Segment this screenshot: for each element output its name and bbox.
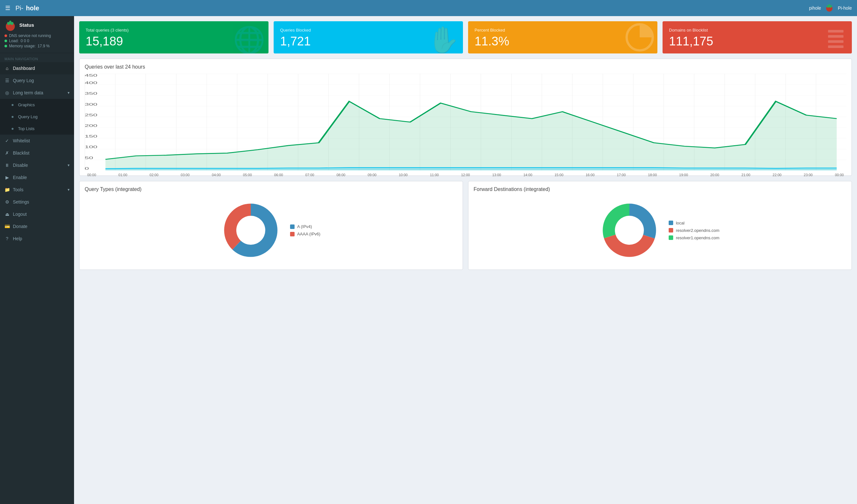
- sidebar-item-settings[interactable]: ⚙ Settings: [0, 196, 74, 208]
- ipv6-label: AAAA (IPv6): [297, 232, 320, 236]
- sidebar-label-querylog: Query Log: [13, 78, 34, 83]
- topnav-right: pihole Pi-hole: [809, 3, 852, 13]
- dns-status-text: DNS service not running: [9, 33, 51, 38]
- disable-chevron-icon: ▾: [68, 163, 69, 167]
- svg-rect-11: [828, 40, 843, 43]
- forward-destinations-panel: Forward Destinations (integrated): [468, 181, 852, 270]
- sidebar-item-longterm[interactable]: ◎ Long term data ▾: [0, 87, 74, 99]
- stat-cards-row: Total queries (3 clients) 15,189 🌐 Queri…: [79, 21, 852, 53]
- sidebar-label-top-lists: Top Lists: [18, 126, 34, 131]
- site-name-label: Pi-hole: [838, 5, 852, 11]
- ipv6-color: [290, 232, 295, 236]
- svg-point-26: [236, 216, 265, 245]
- ipv4-color: [290, 224, 295, 229]
- sidebar-label-tools: Tools: [13, 187, 23, 192]
- legend-item-local: local: [669, 221, 719, 225]
- disable-icon: ⏸: [4, 163, 10, 168]
- sidebar-item-enable[interactable]: ▶ Enable: [0, 171, 74, 184]
- sidebar-item-disable[interactable]: ⏸ Disable ▾: [0, 159, 74, 171]
- total-queries-value: 15,189: [86, 35, 129, 47]
- pie-bg-icon: [625, 23, 654, 52]
- sidebar-label-enable: Enable: [13, 175, 27, 180]
- percent-blocked-label: Percent Blocked: [474, 28, 509, 33]
- querylog-icon: ☰: [4, 78, 10, 83]
- forward-dest-donut: [601, 201, 658, 259]
- list-bg-icon: [823, 26, 848, 52]
- stat-card-percent-blocked: Percent Blocked 11.3%: [468, 21, 657, 53]
- sidebar: Status DNS service not running Load: 0 0…: [0, 16, 74, 504]
- longterm-icon: ◎: [4, 90, 10, 95]
- x-axis-labels: 00:0001:0002:0003:0004:00 05:0006:0007:0…: [85, 172, 846, 177]
- logo-prefix: Pi-: [15, 4, 23, 12]
- whitelist-icon: ✓: [4, 138, 10, 143]
- hand-icon: ✋: [427, 25, 460, 53]
- sidebar-item-top-lists[interactable]: Top Lists: [0, 123, 74, 135]
- queries-blocked-label: Queries Blocked: [280, 28, 311, 33]
- forward-dest-legend: local resolver2.opendns.com resolver1.op…: [669, 221, 719, 240]
- settings-icon: ⚙: [4, 199, 10, 204]
- sidebar-item-blacklist[interactable]: ✗ Blacklist: [0, 147, 74, 159]
- line-chart-title: Queries over last 24 hours: [85, 64, 846, 70]
- sidebar-label-whitelist: Whitelist: [13, 138, 30, 143]
- sidebar-label-donate: Donate: [13, 224, 27, 229]
- nav-section-label: MAIN NAVIGATION: [0, 53, 74, 62]
- percent-blocked-value: 11.3%: [474, 35, 509, 47]
- forward-dest-chart: local resolver2.opendns.com resolver1.op…: [474, 196, 846, 264]
- logout-icon: ⏏: [4, 212, 10, 217]
- tools-chevron-icon: ▾: [68, 187, 69, 192]
- sidebar-label-disable: Disable: [13, 163, 28, 168]
- sidebar-item-sub-querylog[interactable]: Query Log: [0, 111, 74, 123]
- sidebar-item-tools[interactable]: 📁 Tools ▾: [0, 184, 74, 196]
- enable-icon: ▶: [4, 175, 10, 180]
- sidebar-item-querylog[interactable]: ☰ Query Log: [0, 74, 74, 87]
- svg-text:400: 400: [85, 81, 97, 85]
- stat-card-domains-blocklist: Domains on Blocklist 111,175: [662, 21, 852, 53]
- svg-text:350: 350: [85, 91, 97, 96]
- svg-text:150: 150: [85, 134, 97, 138]
- queries-blocked-value: 1,721: [280, 35, 311, 47]
- donate-icon: 💳: [4, 224, 10, 229]
- sidebar-label-logout: Logout: [13, 212, 27, 217]
- svg-point-30: [615, 216, 644, 245]
- load-dot: [4, 39, 7, 42]
- load-label: Load:: [9, 39, 19, 43]
- sidebar-item-dashboard[interactable]: ⌂ Dashboard: [0, 62, 74, 74]
- local-color: [669, 221, 673, 225]
- line-chart-panel: Queries over last 24 hours 0 50 100 150: [79, 58, 852, 176]
- stat-card-queries-blocked: Queries Blocked 1,721 ✋: [274, 21, 463, 53]
- globe-icon: 🌐: [233, 25, 265, 53]
- sidebar-item-help[interactable]: ? Help: [0, 233, 74, 245]
- svg-text:200: 200: [85, 123, 97, 128]
- sidebar-item-donate[interactable]: 💳 Donate: [0, 220, 74, 233]
- local-label: local: [676, 221, 685, 225]
- legend-item-ipv6: AAAA (IPv6): [290, 232, 320, 236]
- query-types-panel: Query Types (integrated) A (IPv4): [79, 181, 463, 270]
- svg-text:100: 100: [85, 145, 97, 149]
- sidebar-item-whitelist[interactable]: ✓ Whitelist: [0, 135, 74, 147]
- longterm-chevron-icon: ▾: [68, 90, 69, 95]
- app-logo: Pi-hole: [15, 4, 39, 12]
- logo-suffix: hole: [26, 4, 39, 12]
- load-row: Load: 0 0 0: [4, 39, 69, 43]
- sidebar-item-logout[interactable]: ⏏ Logout: [0, 208, 74, 220]
- sidebar-item-graphics[interactable]: Graphics: [0, 99, 74, 111]
- sidebar-label-longterm: Long term data: [13, 90, 43, 95]
- topnav-left: ☰ Pi-hole: [5, 4, 39, 12]
- hamburger-button[interactable]: ☰: [5, 4, 10, 12]
- forward-dest-title: Forward Destinations (integrated): [474, 186, 846, 192]
- sidebar-label-sub-querylog: Query Log: [18, 114, 38, 119]
- resolver1-label: resolver1.opendns.com: [676, 235, 719, 240]
- total-queries-label: Total queries (3 clients): [86, 28, 129, 33]
- legend-item-resolver1: resolver1.opendns.com: [669, 235, 719, 240]
- legend-item-ipv4: A (IPv4): [290, 224, 320, 229]
- svg-rect-9: [828, 30, 843, 33]
- sidebar-label-help: Help: [13, 236, 22, 241]
- status-title: Status: [19, 22, 34, 28]
- svg-text:250: 250: [85, 113, 97, 117]
- memory-label: Memory usage:: [9, 44, 36, 48]
- help-icon: ?: [4, 236, 10, 241]
- query-types-chart: A (IPv4) AAAA (IPv6): [85, 196, 457, 264]
- top-navigation: ☰ Pi-hole pihole Pi-hole: [0, 0, 857, 16]
- sidebar-label-graphics: Graphics: [18, 102, 35, 107]
- svg-rect-12: [828, 46, 843, 48]
